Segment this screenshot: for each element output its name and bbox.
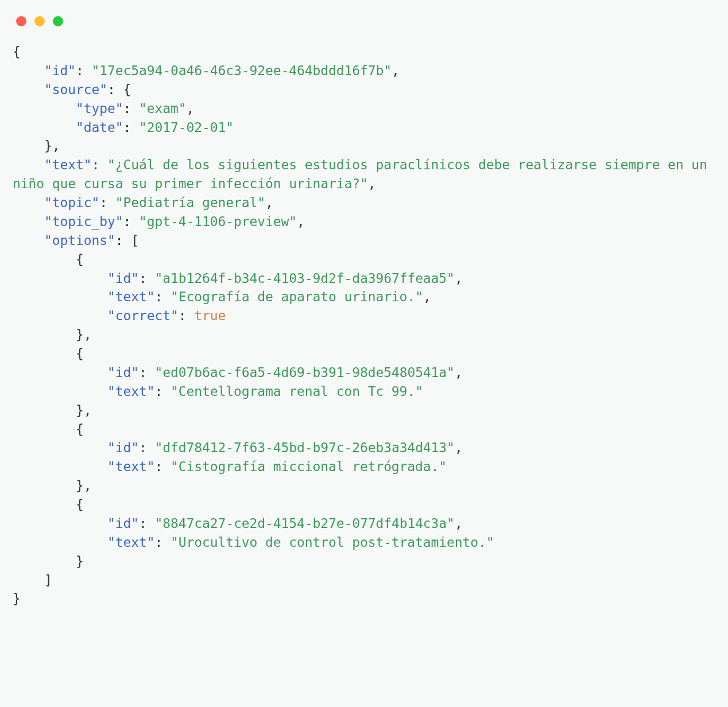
key-opt2-id: "id" xyxy=(107,365,139,380)
brace-close: } xyxy=(13,591,21,606)
key-opt1-id: "id" xyxy=(107,271,139,286)
key-opt4-id: "id" xyxy=(107,516,139,531)
value-topic-by: "gpt-4-1106-preview" xyxy=(139,214,297,229)
value-root-text: "¿Cuál de los siguientes estudios paracl… xyxy=(13,157,715,191)
key-type: "type" xyxy=(76,101,123,116)
key-topic-by: "topic_by" xyxy=(44,214,123,229)
key-opt1-correct: "correct" xyxy=(107,308,179,323)
brace-open: { xyxy=(13,44,21,59)
value-opt1-id: "a1b1264f-b34c-4103-9d2f-da3967ffeaa5" xyxy=(154,271,454,286)
value-opt4-id: "8847ca27-ce2d-4154-b27e-077df4b14c3a" xyxy=(154,516,454,531)
value-opt3-id: "dfd78412-7f63-45bd-b97c-26eb3a34d413" xyxy=(154,440,454,455)
code-block: { "id": "17ec5a94-0a46-46c3-92ee-464bddd… xyxy=(0,26,728,608)
key-id: "id" xyxy=(44,63,76,78)
key-opt1-text: "text" xyxy=(107,289,154,304)
key-opt3-text: "text" xyxy=(107,459,154,474)
key-source: "source" xyxy=(44,82,107,97)
value-opt3-text: "Cistografía miccional retrógrada." xyxy=(171,459,447,474)
key-date: "date" xyxy=(76,120,123,135)
value-opt4-text: "Urocultivo de control post-tratamiento.… xyxy=(171,535,494,550)
key-topic: "topic" xyxy=(44,195,99,210)
traffic-lights xyxy=(0,0,728,26)
key-text: "text" xyxy=(44,157,91,172)
key-opt2-text: "text" xyxy=(107,384,154,399)
maximize-icon[interactable] xyxy=(53,16,63,26)
close-icon[interactable] xyxy=(16,16,26,26)
value-opt1-correct: true xyxy=(194,308,226,323)
value-source-type: "exam" xyxy=(139,101,186,116)
value-source-date: "2017-02-01" xyxy=(139,120,234,135)
key-opt3-id: "id" xyxy=(107,440,139,455)
value-root-id: "17ec5a94-0a46-46c3-92ee-464bddd16f7b" xyxy=(92,63,392,78)
minimize-icon[interactable] xyxy=(34,16,45,26)
value-topic: "Pediatría general" xyxy=(115,195,265,210)
key-options: "options" xyxy=(44,233,115,248)
value-opt2-id: "ed07b6ac-f6a5-4d69-b391-98de5480541a" xyxy=(154,365,454,380)
key-opt4-text: "text" xyxy=(107,535,154,550)
code-window: { "id": "17ec5a94-0a46-46c3-92ee-464bddd… xyxy=(0,0,728,608)
value-opt2-text: "Centellograma renal con Tc 99." xyxy=(171,384,423,399)
value-opt1-text: "Ecografía de aparato urinario." xyxy=(171,289,423,304)
